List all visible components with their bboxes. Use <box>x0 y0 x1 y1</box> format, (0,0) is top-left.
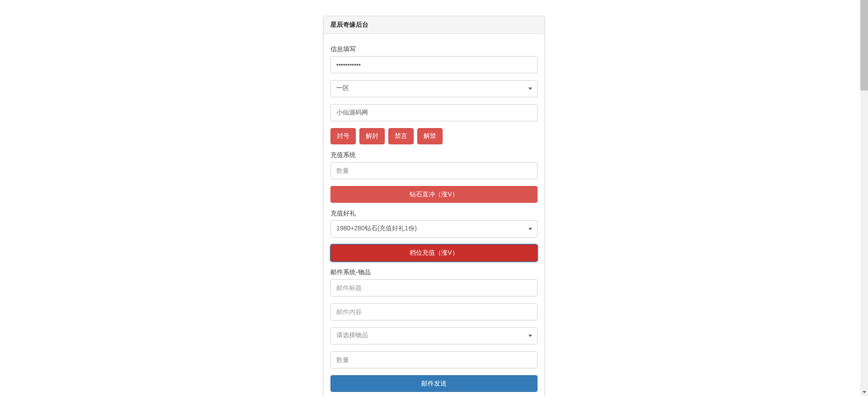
mail-content-input[interactable] <box>330 303 538 320</box>
scrollbar-down-arrow[interactable] <box>860 388 868 396</box>
panel-body: 信息填写 一区 封号 解封 禁言 解禁 充值系统 钻石直冲（涨V） 充值好礼 1… <box>324 34 544 396</box>
unmute-button[interactable]: 解禁 <box>417 128 443 144</box>
section-info-label: 信息填写 <box>330 45 538 53</box>
name-input[interactable] <box>330 104 538 121</box>
admin-panel: 星辰奇缘后台 信息填写 一区 封号 解封 禁言 解禁 充值系统 钻石直冲（涨V）… <box>323 16 545 396</box>
mail-item-select[interactable]: 请选择物品 <box>330 327 538 344</box>
scrollbar-thumb[interactable] <box>860 0 868 91</box>
zone-select[interactable]: 一区 <box>330 80 538 97</box>
chevron-down-icon <box>528 228 532 230</box>
section-mail-label: 邮件系统-物品 <box>330 268 538 277</box>
mail-send-button[interactable]: 邮件发送 <box>330 375 538 392</box>
vertical-scrollbar[interactable] <box>860 0 868 396</box>
chevron-down-icon <box>863 391 866 393</box>
action-button-row: 封号 解封 禁言 解禁 <box>330 128 538 144</box>
tier-recharge-button[interactable]: 档位充值（涨V） <box>330 244 538 262</box>
mail-title-input[interactable] <box>330 279 538 296</box>
password-input[interactable] <box>330 56 538 73</box>
mail-item-select-value: 请选择物品 <box>330 327 538 344</box>
gift-select[interactable]: 1980+280钻石(充值好礼1份) <box>330 220 538 238</box>
unban-button[interactable]: 解封 <box>359 128 385 144</box>
mute-button[interactable]: 禁言 <box>388 128 414 144</box>
diamond-recharge-button[interactable]: 钻石直冲（涨V） <box>330 186 538 203</box>
chevron-down-icon <box>528 88 532 90</box>
panel-title: 星辰奇缘后台 <box>324 16 544 34</box>
gift-select-value: 1980+280钻石(充值好礼1份) <box>330 220 538 238</box>
section-gift-label: 充值好礼 <box>330 210 538 218</box>
recharge-qty-input[interactable] <box>330 162 538 179</box>
ban-button[interactable]: 封号 <box>330 128 356 144</box>
chevron-down-icon <box>528 334 532 337</box>
zone-select-value: 一区 <box>330 80 538 97</box>
mail-qty-input[interactable] <box>330 351 538 368</box>
section-recharge-label: 充值系统 <box>330 151 538 159</box>
